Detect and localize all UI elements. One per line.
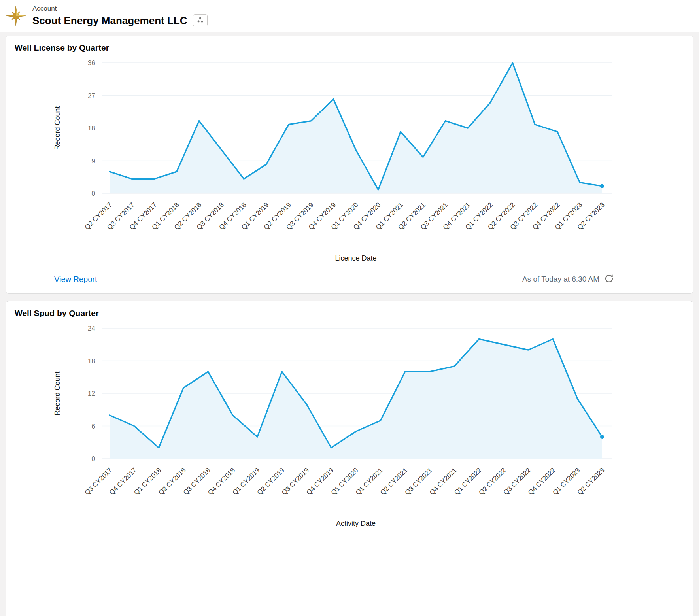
end-point-marker	[600, 435, 604, 439]
svg-text:18: 18	[88, 125, 95, 132]
svg-text:27: 27	[88, 92, 95, 100]
x-axis-title: Licence Date	[335, 254, 376, 262]
x-axis-title: Activity Date	[336, 520, 376, 527]
well-spud-chart[interactable]: 06121824Record CountQ3 CY2017Q4 CY2017Q1…	[6, 319, 693, 537]
svg-text:0: 0	[92, 190, 95, 197]
compass-star-highlight	[16, 6, 26, 16]
area-fill	[110, 339, 602, 459]
x-axis-tick-labels: Q3 CY2017Q4 CY2017Q1 CY2018Q2 CY2018Q3 C…	[83, 467, 606, 497]
svg-text:0: 0	[92, 455, 95, 463]
well-license-card-title: Well License by Quarter	[6, 43, 693, 53]
svg-text:12: 12	[88, 390, 95, 397]
refresh-button[interactable]	[604, 274, 614, 285]
well-spud-card: Well Spud by Quarter 06121824Record Coun…	[6, 301, 693, 616]
well-spud-card-title: Well Spud by Quarter	[6, 308, 693, 318]
svg-text:9: 9	[92, 157, 95, 165]
dashboard-body: Well License by Quarter 09182736Record C…	[0, 32, 699, 616]
view-report-link[interactable]: View Report	[54, 275, 97, 284]
object-label: Account	[32, 5, 208, 13]
as-of-container: As of Today at 6:30 AM	[522, 274, 614, 285]
as-of-text: As of Today at 6:30 AM	[522, 275, 599, 283]
well-license-card: Well License by Quarter 09182736Record C…	[6, 36, 693, 294]
line-area-chart-svg: 09182736Record CountQ2 CY2017Q3 CY2017Q4…	[6, 53, 692, 270]
y-axis-tick-labels: 06121824	[88, 325, 95, 463]
y-axis-tick-labels: 09182736	[88, 59, 95, 197]
page-title: Scout Energy Management LLC	[32, 15, 187, 26]
y-axis-title: Record Count	[53, 106, 61, 150]
line-area-chart-svg: 06121824Record CountQ3 CY2017Q4 CY2017Q1…	[6, 319, 692, 535]
end-point-marker	[600, 184, 604, 188]
compass-star-icon	[6, 6, 26, 26]
card-footer: View Report As of Today at 6:30 AM	[6, 271, 693, 293]
hierarchy-icon	[197, 17, 204, 24]
svg-text:18: 18	[88, 357, 95, 365]
refresh-icon	[604, 274, 614, 285]
hierarchy-button[interactable]	[193, 14, 208, 26]
svg-text:24: 24	[88, 325, 95, 332]
svg-text:36: 36	[88, 59, 95, 67]
svg-text:6: 6	[92, 423, 95, 430]
well-license-chart[interactable]: 09182736Record CountQ2 CY2017Q3 CY2017Q4…	[6, 53, 693, 271]
page-header: Account Scout Energy Management LLC	[0, 0, 699, 32]
y-axis-title: Record Count	[53, 372, 61, 416]
x-axis-tick-labels: Q2 CY2017Q3 CY2017Q4 CY2017Q1 CY2018Q2 C…	[83, 201, 606, 231]
